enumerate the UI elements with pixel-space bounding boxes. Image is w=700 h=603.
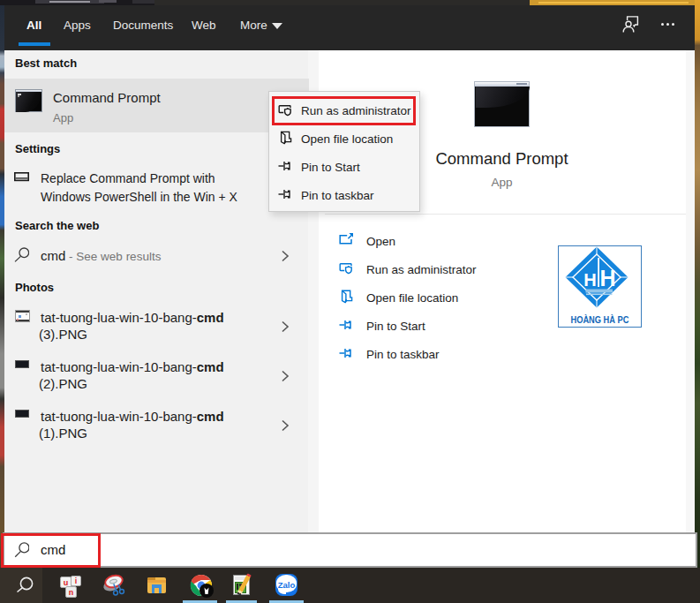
svg-text:H: H [583,270,596,290]
svg-text:HOÀNG HÀ PC: HOÀNG HÀ PC [571,314,629,325]
svg-text:H: H [599,266,615,290]
